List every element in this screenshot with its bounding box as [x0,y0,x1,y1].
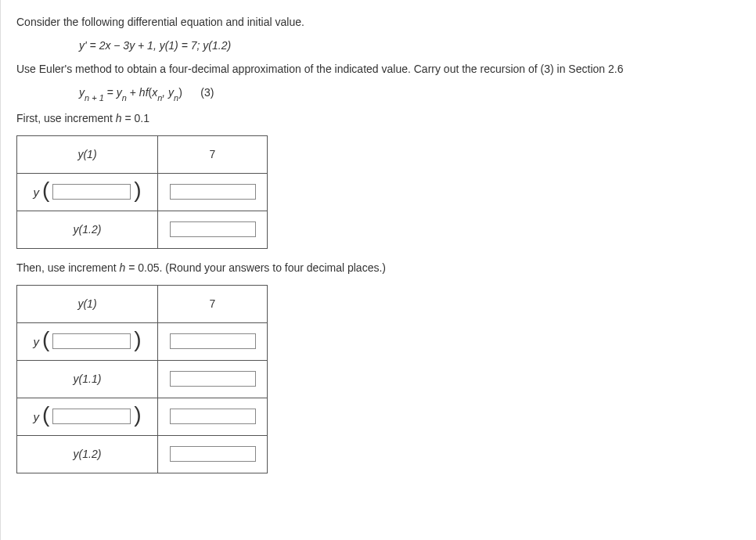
table2-row2-label: y() [17,322,158,360]
table2-row1-label: y(1) [17,285,158,322]
equation: y' = 2x − 3y + 1, y(1) = 7; y(1.2) [79,39,740,52]
table2-row3-value [158,360,268,398]
intro-text: Consider the following differential equa… [16,16,740,28]
table-h01: y(1) 7 y() y(1.2) [16,135,268,249]
table2-row4-value-input[interactable] [170,409,256,424]
table2-row5-label: y(1.2) [17,435,158,473]
table2-row4-label: y() [17,398,158,435]
instruction-text: Use Euler's method to obtain a four-deci… [16,63,740,75]
table2-row3-label: y(1.1) [17,360,158,398]
table2-row5-value-input[interactable] [170,446,256,462]
table1-row3-value [158,211,268,248]
recursion-formula: yn + 1 = yn + hf(xn, yn) (3) [79,86,740,101]
table1-row2-label: y() [17,173,158,211]
table2-row2-value [158,322,268,360]
table1-row2-value [158,173,268,211]
table2-row4-value [158,398,268,435]
table1-row1-value: 7 [158,135,268,173]
table2-row4-label-input[interactable] [52,409,131,424]
table2-row2-value-input[interactable] [170,333,256,349]
table2-row5-value [158,435,268,473]
table1-row3-value-input[interactable] [170,221,256,237]
first-increment-text: First, use increment h = 0.1 [16,112,740,124]
table-h005: y(1) 7 y() y(1.1) y() y(1.2) [16,285,268,473]
then-increment-text: Then, use increment h = 0.05. (Round you… [16,261,740,274]
table1-row3-label: y(1.2) [17,211,158,248]
table1-row2-value-input[interactable] [170,184,256,200]
table1-row1-label: y(1) [17,135,158,173]
table2-row2-label-input[interactable] [52,333,131,349]
table2-row3-value-input[interactable] [170,371,256,387]
table2-row1-value: 7 [158,285,268,322]
table1-row2-label-input[interactable] [52,184,131,200]
